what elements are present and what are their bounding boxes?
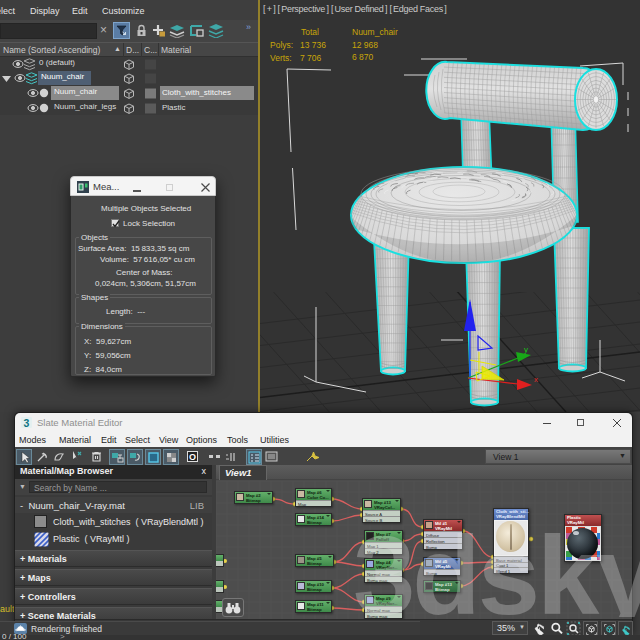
svg-text:y: y [524, 345, 528, 354]
svg-text:3: 3 [24, 417, 30, 428]
svg-text:O: O [189, 452, 196, 462]
svg-text:x: x [534, 375, 538, 384]
